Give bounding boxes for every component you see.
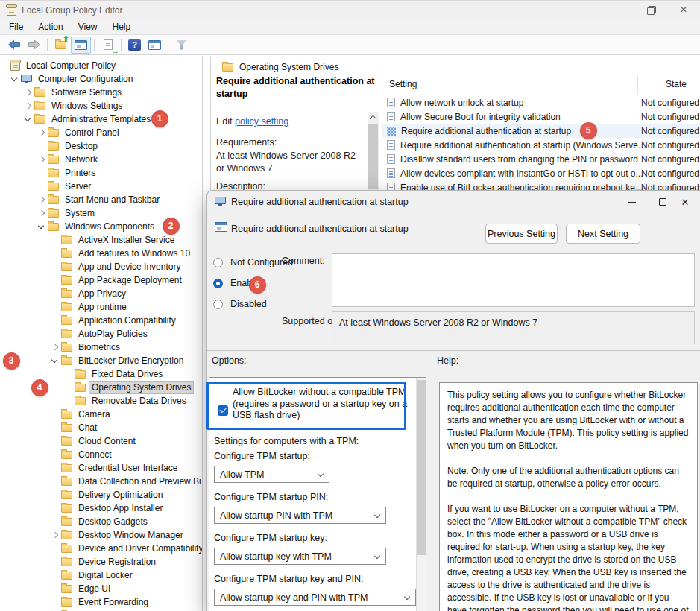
tree-item-edge-ui[interactable]: Edge UI <box>0 582 202 595</box>
tree-item-data-collection-and-preview-builds[interactable]: Data Collection and Preview Builds <box>0 475 202 488</box>
settings-row-disallow-standard-users-from-changing-the-pin-or[interactable]: Disallow standard users from changing th… <box>382 152 700 166</box>
comment-input[interactable] <box>332 253 695 307</box>
chevron-down-icon[interactable] <box>9 73 21 85</box>
export-list-button[interactable]: → <box>98 37 118 54</box>
tree-item-control-panel[interactable]: Control Panel <box>0 126 202 139</box>
tree-item-autoplay-policies[interactable]: AutoPlay Policies <box>0 327 202 341</box>
tree-item-desktop-app-installer[interactable]: Desktop App Installer <box>0 501 202 515</box>
scrollbar-thumb[interactable] <box>417 380 426 555</box>
chevron-right-icon[interactable] <box>49 529 61 541</box>
previous-setting-button[interactable]: Previous Setting <box>485 224 558 244</box>
back-button[interactable] <box>4 37 24 54</box>
tree-item-printers[interactable]: Printers <box>0 166 202 180</box>
tree-item-device-registration[interactable]: Device Registration <box>0 555 202 569</box>
tree-item-start-menu-and-taskbar[interactable]: Start Menu and Taskbar <box>0 193 202 206</box>
configure-tpm-startup-select[interactable]: Allow TPM <box>214 466 329 483</box>
close-button[interactable]: ✕ <box>667 0 700 19</box>
menu-file[interactable]: File <box>1 19 31 34</box>
tree-item-add-features-to-windows-10[interactable]: Add features to Windows 10 <box>0 247 202 260</box>
tree-item-windows-settings[interactable]: Windows Settings <box>0 99 202 113</box>
configure-tpm-startup-pin-select[interactable]: Allow startup PIN with TPM <box>214 507 386 524</box>
chevron-right-icon[interactable] <box>49 341 61 353</box>
configure-tpm-startup-key-and-pin-select[interactable]: Allow startup key and PIN with TPM <box>214 589 416 606</box>
tree-item-camera[interactable]: Camera <box>0 408 202 421</box>
tree-item-delivery-optimization[interactable]: Delivery Optimization <box>0 488 202 501</box>
tree-item-computer-configuration[interactable]: Computer Configuration <box>0 72 202 86</box>
tree-item-credential-user-interface[interactable]: Credential User Interface <box>0 461 202 475</box>
filter-button[interactable] <box>171 37 192 54</box>
menu-view[interactable]: View <box>71 19 105 34</box>
chevron-right-icon[interactable] <box>36 127 48 139</box>
tree-item-label: Biometrics <box>76 341 122 353</box>
chevron-right-icon[interactable] <box>22 100 34 112</box>
step-badge-3: 3 <box>3 352 20 370</box>
tree-item-software-settings[interactable]: Software Settings <box>0 86 202 99</box>
tree-item-desktop-gadgets[interactable]: Desktop Gadgets <box>0 515 202 528</box>
menu-action[interactable]: Action <box>31 19 70 34</box>
tree-item-local-computer-policy[interactable]: Local Computer Policy <box>0 59 202 72</box>
next-setting-button[interactable]: Next Setting <box>566 224 640 244</box>
radio-icon[interactable] <box>213 258 223 267</box>
dialog-close-button[interactable]: ✕ <box>670 191 700 213</box>
settings-row-allow-network-unlock-at-startup[interactable]: Allow network unlock at startupNot confi… <box>382 95 700 110</box>
tree-item-connect[interactable]: Connect <box>0 448 202 461</box>
tree-item-app-and-device-inventory[interactable]: App and Device Inventory <box>0 260 202 273</box>
configure-tpm-startup-key-select[interactable]: Allow startup key with TPM <box>214 548 386 565</box>
tree-item-fixed-data-drives[interactable]: Fixed Data Drives <box>0 367 202 381</box>
tree-item-device-and-driver-compatibility[interactable]: Device and Driver Compatibility <box>0 542 202 555</box>
tree-item-event-forwarding[interactable]: Event Forwarding <box>0 595 202 609</box>
tree-item-digital-locker[interactable]: Digital Locker <box>0 569 202 582</box>
tree-item-app-privacy[interactable]: App Privacy <box>0 287 202 300</box>
dialog-minimize-button[interactable] <box>617 191 646 213</box>
chevron-down-icon[interactable] <box>49 355 61 367</box>
minimize-button[interactable] <box>602 0 634 19</box>
chevron-right-icon[interactable] <box>36 194 48 206</box>
column-header-setting[interactable]: Setting <box>389 79 417 89</box>
help-button[interactable]: ? <box>124 37 145 54</box>
chevron-down-icon[interactable] <box>36 221 48 232</box>
column-header-state[interactable]: State <box>666 79 687 89</box>
tree-item-app-package-deployment[interactable]: App Package Deployment <box>0 273 202 287</box>
tree-item-operating-system-drives[interactable]: Operating System Drives <box>0 381 202 394</box>
tree-item-chat[interactable]: Chat <box>0 421 202 434</box>
chevron-right-icon[interactable] <box>36 153 48 165</box>
tree-item-administrative-templates[interactable]: Administrative Templates <box>0 113 202 126</box>
help-paragraph: If you want to use BitLocker on a comput… <box>447 503 690 611</box>
scrollbar-thumb[interactable] <box>368 124 378 189</box>
settings-row-allow-devices-compliant-with-instantgo-or-hsti-t[interactable]: Allow devices compliant with InstantGo o… <box>382 166 700 180</box>
scroll-up-icon[interactable] <box>368 112 379 123</box>
chevron-right-icon[interactable] <box>22 86 34 98</box>
show-extended-pane-button[interactable] <box>145 37 165 54</box>
settings-row-allow-secure-boot-for-integrity-validation[interactable]: Allow Secure Boot for integrity validati… <box>382 110 700 124</box>
tree-item-removable-data-drives[interactable]: Removable Data Drives <box>0 394 202 408</box>
column-divider[interactable] <box>637 76 638 94</box>
description-scrollbar[interactable] <box>368 112 379 191</box>
settings-row-require-additional-authentication-at-startup[interactable]: Require additional authentication at sta… <box>382 124 700 138</box>
settings-row-require-additional-authentication-at-startup-win[interactable]: Require additional authentication at sta… <box>382 138 700 152</box>
chevron-down-icon[interactable] <box>22 113 34 125</box>
menu-help[interactable]: Help <box>105 19 139 34</box>
policy-setting-link[interactable]: policy setting <box>235 116 288 127</box>
toolbar-separator <box>168 39 168 51</box>
chevron-placeholder <box>49 247 61 259</box>
tree-item-network[interactable]: Network <box>0 153 202 166</box>
radio-disabled[interactable]: Disabled <box>213 299 267 309</box>
tree-item-application-compatibility[interactable]: Application Compatibility <box>0 314 202 327</box>
tree-item-cloud-content[interactable]: Cloud Content <box>0 434 202 448</box>
tree-item-bitlocker-drive-encryption[interactable]: BitLocker Drive Encryption <box>0 354 202 367</box>
tree-item-label: Desktop App Installer <box>76 502 165 514</box>
tree-item-activex-installer-service[interactable]: ActiveX Installer Service <box>0 233 202 247</box>
chevron-right-icon[interactable] <box>36 207 48 219</box>
forward-button[interactable] <box>24 37 44 54</box>
restore-button[interactable] <box>634 0 667 19</box>
tree-item-server[interactable]: Server <box>0 180 202 193</box>
tree-item-app-runtime[interactable]: App runtime <box>0 300 202 314</box>
tree-item-biometrics[interactable]: Biometrics <box>0 341 202 354</box>
tree-item-desktop-window-manager[interactable]: Desktop Window Manager <box>0 528 202 542</box>
options-scrollbar[interactable] <box>416 378 426 611</box>
show-console-tree-button[interactable] <box>71 37 91 54</box>
up-one-level-button[interactable]: ⇧ <box>51 37 71 54</box>
tree-item-desktop[interactable]: Desktop <box>0 139 202 153</box>
radio-icon[interactable] <box>213 300 223 309</box>
radio-selected-icon[interactable] <box>213 279 223 288</box>
